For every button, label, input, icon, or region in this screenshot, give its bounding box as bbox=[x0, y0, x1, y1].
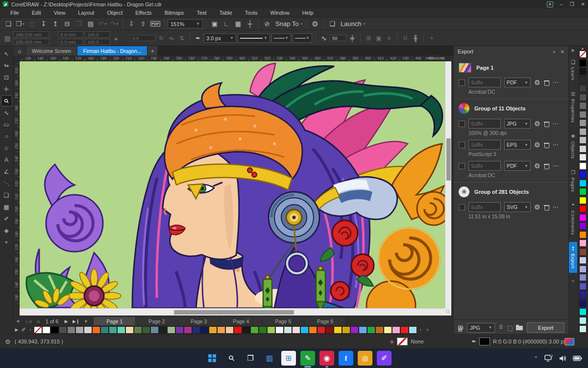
footer-format-select[interactable]: JPG▼ bbox=[467, 323, 495, 333]
docker-collapse-icon[interactable]: » bbox=[553, 49, 556, 54]
delete-item-icon[interactable] bbox=[544, 79, 549, 85]
color-swatch[interactable] bbox=[579, 102, 587, 109]
ruler-corner[interactable] bbox=[13, 55, 20, 61]
next-page-button[interactable]: ▶ bbox=[61, 317, 71, 325]
tray-chevron-up-icon[interactable]: ⌃ bbox=[534, 356, 538, 361]
color-swatch[interactable] bbox=[100, 326, 109, 334]
export-list-options-icon[interactable]: ⠿ bbox=[499, 324, 503, 331]
color-swatch[interactable] bbox=[579, 154, 587, 161]
color-swatch[interactable] bbox=[375, 326, 384, 334]
color-swatch[interactable] bbox=[579, 188, 587, 195]
more-options-icon[interactable]: ⋯ bbox=[553, 120, 559, 127]
docker-tab-pages[interactable]: ❐Pages bbox=[569, 166, 578, 196]
add-property-icon[interactable]: + bbox=[427, 35, 436, 42]
color-swatch[interactable] bbox=[200, 326, 209, 334]
fill-color-swatch[interactable] bbox=[397, 338, 408, 345]
pick-tool[interactable]: ↖ bbox=[1, 48, 12, 59]
color-swatch[interactable] bbox=[579, 283, 587, 290]
taskbar-corel-suite-icon[interactable]: ◎ bbox=[358, 351, 372, 366]
page-tab-6[interactable]: Page 6 bbox=[304, 317, 346, 325]
color-swatch[interactable] bbox=[134, 326, 142, 334]
arrow-start-select[interactable]: ▼ bbox=[271, 33, 291, 43]
color-swatch[interactable] bbox=[579, 205, 587, 212]
color-swatch[interactable] bbox=[59, 326, 67, 334]
palette-flyout-icon[interactable]: ▶ bbox=[13, 327, 20, 332]
color-swatch[interactable] bbox=[167, 326, 175, 334]
format-select[interactable]: PDF▼ bbox=[504, 161, 531, 171]
taskbar-capture-icon[interactable]: ✐ bbox=[377, 351, 392, 366]
docker-tab-learn[interactable]: ❑Learn bbox=[569, 55, 578, 84]
menu-bitmaps[interactable]: Bitmaps bbox=[158, 9, 191, 17]
sliders-icon[interactable]: ╫ bbox=[411, 35, 420, 42]
page-tab-5[interactable]: Page 5 bbox=[262, 317, 304, 325]
print-button[interactable]: ⊟ bbox=[62, 19, 73, 29]
menu-tools[interactable]: Tools bbox=[239, 9, 264, 17]
menu-object[interactable]: Object bbox=[100, 9, 129, 17]
export-item-checkbox[interactable] bbox=[459, 163, 465, 169]
color-swatch[interactable] bbox=[409, 326, 417, 334]
network-display-icon[interactable] bbox=[544, 355, 553, 362]
suffix-input[interactable] bbox=[468, 202, 501, 212]
docker-tab-export[interactable]: ↥Export bbox=[569, 242, 578, 272]
dimension-tool[interactable]: ∠ bbox=[1, 166, 12, 177]
color-swatch[interactable] bbox=[275, 326, 284, 334]
vertical-ruler[interactable]: millimeters 3103002902802702602502402302… bbox=[13, 61, 20, 308]
settings-gear-icon[interactable]: ⚙ bbox=[534, 203, 540, 211]
vertical-scrollbar-thumb[interactable] bbox=[446, 138, 451, 181]
color-swatch[interactable] bbox=[384, 326, 392, 334]
color-swatch[interactable] bbox=[184, 326, 192, 334]
more-tools[interactable]: + bbox=[1, 237, 12, 248]
delete-item-icon[interactable] bbox=[544, 163, 549, 169]
object-height-field[interactable]: 0.0 mm bbox=[58, 39, 83, 45]
format-select[interactable]: EPS▼ bbox=[504, 140, 531, 150]
import-button[interactable]: ↧ bbox=[38, 19, 49, 29]
publish-pdf-button[interactable]: PDF bbox=[149, 19, 161, 29]
paste-button[interactable]: ▤ bbox=[85, 19, 96, 29]
color-swatch[interactable] bbox=[579, 111, 587, 118]
new-document-button[interactable]: ❑ bbox=[3, 19, 14, 29]
format-select[interactable]: JPG▼ bbox=[504, 119, 531, 129]
guidelines-toggle-button[interactable]: ┼ bbox=[245, 19, 255, 29]
color-swatch[interactable] bbox=[579, 119, 587, 127]
suffix-input[interactable] bbox=[468, 140, 501, 150]
taskbar-coreldraw-icon[interactable]: ✎ bbox=[300, 351, 315, 366]
launch-icon[interactable]: ❏ bbox=[327, 19, 338, 29]
color-swatch[interactable] bbox=[579, 308, 587, 315]
restore-button[interactable]: ❐ bbox=[570, 1, 574, 7]
scale-x-field[interactable]: 100.0 bbox=[85, 31, 110, 38]
export-button[interactable]: ↥ bbox=[50, 19, 61, 29]
new-tab-button[interactable]: + bbox=[147, 46, 157, 55]
page-tab-2[interactable]: Page 2 bbox=[136, 317, 178, 325]
color-swatch[interactable] bbox=[579, 239, 587, 247]
taskbar-widgets-icon[interactable]: ▥ bbox=[262, 351, 277, 366]
color-swatch[interactable] bbox=[579, 231, 587, 238]
taskbar-search-icon[interactable]: ⚲ bbox=[224, 351, 239, 366]
delete-item-icon[interactable] bbox=[544, 204, 549, 210]
rulers-toggle-button[interactable]: ∟ bbox=[221, 19, 232, 29]
horizontal-ruler[interactable]: millimeters 1301401501601701801902002102… bbox=[20, 55, 445, 61]
object-width-field[interactable]: 0.0 mm bbox=[58, 31, 83, 38]
transparency-tool[interactable]: ▦ bbox=[1, 201, 12, 212]
color-swatch[interactable] bbox=[334, 326, 342, 334]
color-swatch[interactable] bbox=[209, 326, 217, 334]
color-swatch[interactable] bbox=[192, 326, 200, 334]
format-select[interactable]: PDF▼ bbox=[504, 78, 531, 87]
taskbar-facebook-icon[interactable]: f bbox=[339, 351, 353, 366]
delete-item-icon[interactable] bbox=[544, 121, 549, 127]
fill-status-icon[interactable]: ◈ bbox=[390, 338, 394, 345]
settings-gear-icon[interactable]: ⚙ bbox=[534, 79, 540, 86]
color-swatch[interactable] bbox=[109, 326, 117, 334]
more-options-icon[interactable]: ⋯ bbox=[553, 141, 559, 148]
color-swatch[interactable] bbox=[242, 326, 250, 334]
object-y-field[interactable]: 205.655 mm bbox=[13, 39, 49, 45]
last-page-button[interactable]: ▶❙ bbox=[71, 317, 81, 325]
horizontal-scrollbar[interactable] bbox=[20, 308, 451, 315]
color-swatch[interactable] bbox=[292, 326, 300, 334]
scale-y-field[interactable]: 100.0 bbox=[85, 39, 110, 45]
color-swatch[interactable] bbox=[579, 85, 587, 92]
export-item-checkbox[interactable] bbox=[459, 79, 465, 86]
menu-text[interactable]: Text bbox=[190, 9, 213, 17]
docker-tab-add[interactable]: + bbox=[569, 276, 578, 287]
shape-tool[interactable]: ↬ bbox=[1, 60, 12, 71]
color-swatch[interactable] bbox=[579, 68, 587, 75]
